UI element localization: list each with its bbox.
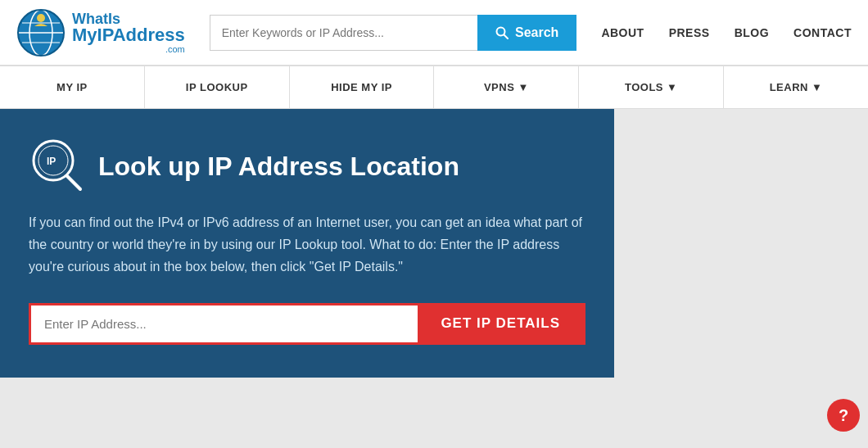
svg-point-6: [37, 14, 45, 22]
nav-contact[interactable]: CONTACT: [793, 26, 852, 39]
ip-lookup-section: IP Look up IP Address Location If you ca…: [0, 109, 614, 378]
search-icon: [495, 26, 509, 39]
logo-myipaddress: MyIPAddress: [72, 26, 185, 44]
main-content: IP Look up IP Address Location If you ca…: [0, 109, 868, 378]
section-title: Look up IP Address Location: [98, 151, 459, 182]
nav-vpns[interactable]: VPNS ▼: [434, 66, 579, 108]
site-header: WhatIs MyIPAddress .com Search ABOUT PRE…: [0, 0, 868, 66]
main-nav-bar: MY IP IP LOOKUP HIDE MY IP VPNS ▼ TOOLS …: [0, 66, 868, 109]
nav-tools[interactable]: TOOLS ▼: [579, 66, 724, 108]
section-title-area: IP Look up IP Address Location: [29, 138, 585, 195]
logo-text: WhatIs MyIPAddress .com: [72, 11, 185, 54]
section-description: If you can find out the IPv4 or IPv6 add…: [29, 211, 585, 278]
nav-hide-my-ip[interactable]: HIDE MY IP: [290, 66, 435, 108]
top-nav: ABOUT PRESS BLOG CONTACT: [601, 26, 852, 39]
right-sidebar: [614, 109, 868, 378]
ip-lookup-icon: IP: [29, 138, 86, 195]
ip-address-input[interactable]: [31, 305, 418, 342]
nav-press[interactable]: PRESS: [669, 26, 710, 39]
logo-globe-icon: [16, 8, 66, 57]
get-ip-details-button[interactable]: GET IP DETAILS: [418, 305, 583, 342]
search-input[interactable]: [210, 15, 477, 51]
logo-whatis: WhatIs: [72, 11, 185, 26]
ip-input-area: GET IP DETAILS: [29, 303, 585, 345]
header-search-area: Search: [210, 15, 577, 51]
search-button[interactable]: Search: [477, 15, 576, 51]
svg-text:IP: IP: [47, 156, 56, 167]
logo-com: .com: [72, 44, 185, 54]
logo-link[interactable]: WhatIs MyIPAddress .com: [16, 8, 185, 57]
nav-blog[interactable]: BLOG: [735, 26, 769, 39]
nav-my-ip[interactable]: MY IP: [0, 66, 145, 108]
nav-learn[interactable]: LEARN ▼: [724, 66, 868, 108]
nav-about[interactable]: ABOUT: [601, 26, 644, 39]
nav-ip-lookup[interactable]: IP LOOKUP: [145, 66, 290, 108]
svg-line-8: [504, 34, 509, 38]
svg-line-10: [67, 176, 80, 189]
